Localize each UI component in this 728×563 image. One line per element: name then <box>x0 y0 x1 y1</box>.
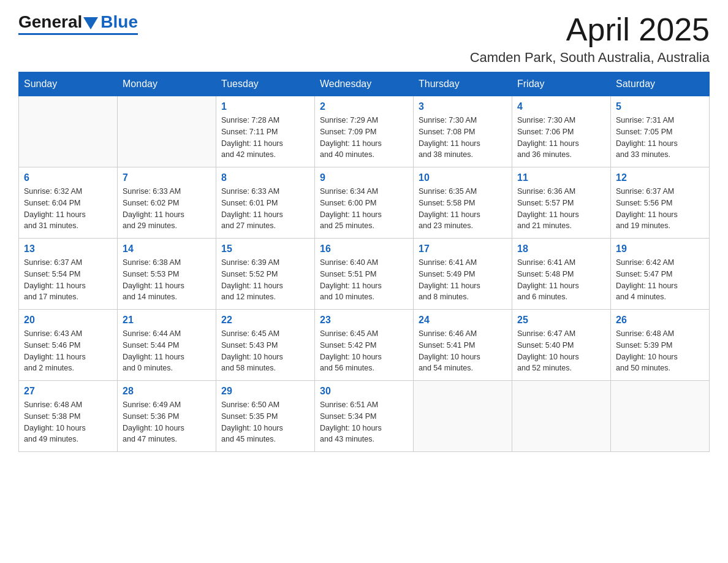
day-info: Sunrise: 7:29 AMSunset: 7:09 PMDaylight:… <box>320 115 408 161</box>
calendar-header-tuesday: Tuesday <box>216 72 315 96</box>
calendar-header-friday: Friday <box>512 72 611 96</box>
day-number: 7 <box>123 172 211 183</box>
day-number: 11 <box>517 172 605 183</box>
calendar-header-thursday: Thursday <box>414 72 512 96</box>
day-info: Sunrise: 6:41 AMSunset: 5:49 PMDaylight:… <box>419 257 507 303</box>
day-number: 27 <box>24 386 112 397</box>
logo-triangle-icon <box>83 17 98 29</box>
calendar-cell: 22Sunrise: 6:45 AMSunset: 5:43 PMDayligh… <box>216 310 315 381</box>
logo: General Blue <box>18 12 138 35</box>
day-number: 14 <box>123 243 211 255</box>
day-info: Sunrise: 6:36 AMSunset: 5:57 PMDaylight:… <box>517 186 605 232</box>
day-info: Sunrise: 6:37 AMSunset: 5:54 PMDaylight:… <box>24 257 112 303</box>
day-number: 23 <box>320 315 408 326</box>
day-info: Sunrise: 7:28 AMSunset: 7:11 PMDaylight:… <box>221 115 309 161</box>
day-info: Sunrise: 6:40 AMSunset: 5:51 PMDaylight:… <box>320 257 408 303</box>
day-number: 19 <box>616 243 704 255</box>
day-number: 16 <box>320 243 408 255</box>
calendar-cell: 9Sunrise: 6:34 AMSunset: 6:00 PMDaylight… <box>315 167 414 239</box>
calendar-cell: 12Sunrise: 6:37 AMSunset: 5:56 PMDayligh… <box>611 167 710 239</box>
calendar-cell: 19Sunrise: 6:42 AMSunset: 5:47 PMDayligh… <box>611 239 710 310</box>
calendar-cell: 25Sunrise: 6:47 AMSunset: 5:40 PMDayligh… <box>512 310 611 381</box>
day-number: 6 <box>24 172 112 183</box>
location-title: Camden Park, South Australia, Australia <box>470 50 710 66</box>
calendar-cell: 14Sunrise: 6:38 AMSunset: 5:53 PMDayligh… <box>118 239 216 310</box>
day-number: 15 <box>221 243 309 255</box>
calendar-cell <box>611 381 710 452</box>
logo-general-text: General <box>18 12 82 32</box>
day-number: 12 <box>616 172 704 183</box>
calendar-header-row: SundayMondayTuesdayWednesdayThursdayFrid… <box>19 72 710 96</box>
logo-blue-text: Blue <box>100 12 138 32</box>
day-number: 5 <box>616 101 704 112</box>
calendar-cell: 6Sunrise: 6:32 AMSunset: 6:04 PMDaylight… <box>19 167 118 239</box>
day-info: Sunrise: 6:48 AMSunset: 5:39 PMDaylight:… <box>616 328 704 374</box>
day-number: 18 <box>517 243 605 255</box>
calendar-cell <box>512 381 611 452</box>
calendar-cell: 4Sunrise: 7:30 AMSunset: 7:06 PMDaylight… <box>512 96 611 167</box>
calendar-cell: 29Sunrise: 6:50 AMSunset: 5:35 PMDayligh… <box>216 381 315 452</box>
calendar-week-1: 1Sunrise: 7:28 AMSunset: 7:11 PMDaylight… <box>19 96 710 167</box>
calendar-cell: 21Sunrise: 6:44 AMSunset: 5:44 PMDayligh… <box>118 310 216 381</box>
day-number: 10 <box>419 172 507 183</box>
day-info: Sunrise: 7:30 AMSunset: 7:06 PMDaylight:… <box>517 115 605 161</box>
calendar-cell: 28Sunrise: 6:49 AMSunset: 5:36 PMDayligh… <box>118 381 216 452</box>
day-info: Sunrise: 6:49 AMSunset: 5:36 PMDaylight:… <box>123 399 211 445</box>
calendar-cell <box>19 96 118 167</box>
day-info: Sunrise: 6:48 AMSunset: 5:38 PMDaylight:… <box>24 399 112 445</box>
calendar-cell: 30Sunrise: 6:51 AMSunset: 5:34 PMDayligh… <box>315 381 414 452</box>
day-number: 20 <box>24 315 112 326</box>
calendar-cell: 13Sunrise: 6:37 AMSunset: 5:54 PMDayligh… <box>19 239 118 310</box>
calendar-cell: 18Sunrise: 6:41 AMSunset: 5:48 PMDayligh… <box>512 239 611 310</box>
day-info: Sunrise: 6:43 AMSunset: 5:46 PMDaylight:… <box>24 328 112 374</box>
calendar-cell: 24Sunrise: 6:46 AMSunset: 5:41 PMDayligh… <box>414 310 512 381</box>
day-number: 29 <box>221 386 309 397</box>
calendar-cell: 10Sunrise: 6:35 AMSunset: 5:58 PMDayligh… <box>414 167 512 239</box>
calendar-cell: 20Sunrise: 6:43 AMSunset: 5:46 PMDayligh… <box>19 310 118 381</box>
calendar-week-3: 13Sunrise: 6:37 AMSunset: 5:54 PMDayligh… <box>19 239 710 310</box>
calendar-week-4: 20Sunrise: 6:43 AMSunset: 5:46 PMDayligh… <box>19 310 710 381</box>
day-number: 26 <box>616 315 704 326</box>
calendar-week-5: 27Sunrise: 6:48 AMSunset: 5:38 PMDayligh… <box>19 381 710 452</box>
day-number: 24 <box>419 315 507 326</box>
day-number: 17 <box>419 243 507 255</box>
calendar-header-saturday: Saturday <box>611 72 710 96</box>
day-number: 1 <box>221 101 309 112</box>
day-info: Sunrise: 6:46 AMSunset: 5:41 PMDaylight:… <box>419 328 507 374</box>
calendar-cell <box>414 381 512 452</box>
month-title: April 2025 <box>470 12 710 47</box>
calendar-cell: 15Sunrise: 6:39 AMSunset: 5:52 PMDayligh… <box>216 239 315 310</box>
day-info: Sunrise: 6:38 AMSunset: 5:53 PMDaylight:… <box>123 257 211 303</box>
day-number: 8 <box>221 172 309 183</box>
day-info: Sunrise: 6:50 AMSunset: 5:35 PMDaylight:… <box>221 399 309 445</box>
day-number: 4 <box>517 101 605 112</box>
day-number: 9 <box>320 172 408 183</box>
day-info: Sunrise: 7:31 AMSunset: 7:05 PMDaylight:… <box>616 115 704 161</box>
day-info: Sunrise: 6:33 AMSunset: 6:01 PMDaylight:… <box>221 186 309 232</box>
calendar-cell: 17Sunrise: 6:41 AMSunset: 5:49 PMDayligh… <box>414 239 512 310</box>
calendar-cell: 26Sunrise: 6:48 AMSunset: 5:39 PMDayligh… <box>611 310 710 381</box>
day-info: Sunrise: 7:30 AMSunset: 7:08 PMDaylight:… <box>419 115 507 161</box>
day-info: Sunrise: 6:39 AMSunset: 5:52 PMDaylight:… <box>221 257 309 303</box>
calendar-cell: 2Sunrise: 7:29 AMSunset: 7:09 PMDaylight… <box>315 96 414 167</box>
calendar-cell: 11Sunrise: 6:36 AMSunset: 5:57 PMDayligh… <box>512 167 611 239</box>
calendar-header-wednesday: Wednesday <box>315 72 414 96</box>
day-info: Sunrise: 6:45 AMSunset: 5:43 PMDaylight:… <box>221 328 309 374</box>
day-number: 13 <box>24 243 112 255</box>
day-info: Sunrise: 6:34 AMSunset: 6:00 PMDaylight:… <box>320 186 408 232</box>
day-info: Sunrise: 6:42 AMSunset: 5:47 PMDaylight:… <box>616 257 704 303</box>
calendar-week-2: 6Sunrise: 6:32 AMSunset: 6:04 PMDaylight… <box>19 167 710 239</box>
calendar-cell: 1Sunrise: 7:28 AMSunset: 7:11 PMDaylight… <box>216 96 315 167</box>
calendar-table: SundayMondayTuesdayWednesdayThursdayFrid… <box>18 72 710 452</box>
calendar-cell: 27Sunrise: 6:48 AMSunset: 5:38 PMDayligh… <box>19 381 118 452</box>
page-header: General Blue April 2025 Camden Park, Sou… <box>18 12 710 66</box>
day-info: Sunrise: 6:51 AMSunset: 5:34 PMDaylight:… <box>320 399 408 445</box>
day-info: Sunrise: 6:41 AMSunset: 5:48 PMDaylight:… <box>517 257 605 303</box>
day-number: 3 <box>419 101 507 112</box>
day-number: 2 <box>320 101 408 112</box>
day-info: Sunrise: 6:44 AMSunset: 5:44 PMDaylight:… <box>123 328 211 374</box>
calendar-cell: 8Sunrise: 6:33 AMSunset: 6:01 PMDaylight… <box>216 167 315 239</box>
title-block: April 2025 Camden Park, South Australia,… <box>470 12 710 66</box>
day-info: Sunrise: 6:45 AMSunset: 5:42 PMDaylight:… <box>320 328 408 374</box>
day-info: Sunrise: 6:37 AMSunset: 5:56 PMDaylight:… <box>616 186 704 232</box>
